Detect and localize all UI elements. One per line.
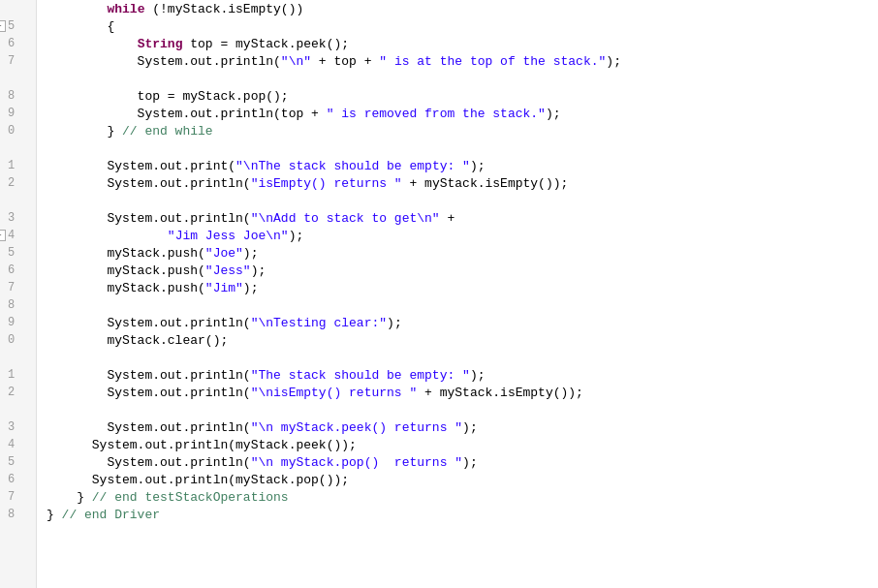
line-num-text-24: 3 [8, 420, 15, 434]
code-line-15: myStack.push("Jess"); [47, 262, 878, 279]
line-num-text-9: 1 [8, 159, 15, 172]
token-kw: while [107, 2, 144, 16]
token-plain [47, 72, 138, 86]
line-number-0 [8, 0, 28, 17]
code-line-13: "Jim Jess Joe\n"); [47, 227, 878, 244]
token-plain: ); [470, 368, 486, 383]
code-line-19: myStack.clear(); [47, 331, 878, 349]
line-number-23 [8, 401, 28, 418]
code-line-4 [47, 70, 878, 87]
code-line-16: myStack.push("Jim"); [47, 279, 878, 296]
line-num-text-15: 6 [8, 263, 15, 277]
token-plain [47, 37, 138, 51]
token-plain: ); [462, 420, 478, 435]
code-line-6: System.out.println(top + " is removed fr… [47, 105, 878, 122]
token-plain: + top + [311, 54, 379, 69]
token-plain: System.out.println( [47, 420, 251, 435]
token-plain: System.out.println(top + [47, 107, 327, 121]
line-num-text-28: 7 [8, 490, 15, 504]
code-line-2: String top = myStack.peek(); [47, 35, 878, 52]
line-num-text-27: 6 [8, 473, 15, 486]
line-number-12: 3 [8, 209, 28, 227]
token-kw: String [138, 37, 183, 51]
line-num-text-17: 8 [8, 298, 15, 312]
code-line-10: System.out.println("isEmpty() returns " … [47, 174, 878, 192]
token-comment: // end testStackOperations [92, 490, 289, 505]
line-number-2: 6 [8, 35, 28, 52]
code-line-5: top = myStack.pop(); [47, 87, 878, 105]
token-str: "\n" [281, 54, 311, 69]
code-line-11 [47, 192, 878, 209]
line-number-20 [8, 349, 28, 366]
line-num-text-16: 7 [8, 281, 15, 294]
line-number-17: 8 [8, 296, 28, 314]
token-plain: ); [470, 159, 486, 173]
line-number-14: 5 [8, 244, 28, 262]
token-plain: System.out.println( [47, 368, 251, 383]
code-line-18: System.out.println("\nTesting clear:"); [47, 314, 878, 331]
code-line-23 [47, 401, 878, 418]
token-str: "Joe" [205, 246, 243, 261]
token-plain: ); [289, 229, 304, 243]
token-plain: System.out.println( [47, 455, 251, 470]
line-num-text-18: 9 [8, 316, 15, 329]
token-str: "Jim Jess Joe\n" [168, 229, 289, 243]
token-str: "\nisEmpty() returns " [251, 386, 418, 400]
token-plain: top = myStack.peek(); [182, 37, 349, 51]
token-str: "\nTesting clear:" [251, 316, 387, 330]
token-plain [47, 141, 107, 156]
token-comment: // end while [122, 124, 213, 139]
line-number-8 [8, 139, 28, 157]
line-number-19: 0 [8, 331, 28, 349]
token-plain: (!myStack.isEmpty()) [144, 2, 303, 16]
token-plain: + myStack.isEmpty()); [402, 176, 569, 191]
fold-button-1[interactable]: - [0, 20, 6, 32]
token-plain: { [47, 19, 114, 34]
token-plain [47, 298, 107, 313]
code-line-0: while (!myStack.isEmpty()) [47, 0, 878, 17]
token-str: "isEmpty() returns " [251, 176, 402, 191]
token-plain: } [47, 490, 92, 505]
code-line-26: System.out.println("\n myStack.pop() ret… [47, 453, 878, 471]
line-num-text-7: 0 [8, 124, 15, 138]
token-str: "\n myStack.pop() returns " [251, 455, 462, 470]
line-number-11 [8, 192, 28, 209]
token-plain: ); [243, 246, 259, 261]
line-number-9: 1 [8, 157, 28, 174]
token-plain [47, 229, 168, 243]
code-line-8 [47, 139, 878, 157]
code-line-17 [47, 296, 878, 314]
token-plain: top = myStack.pop(); [47, 89, 289, 104]
token-plain: + [440, 211, 455, 226]
line-num-text-12: 3 [8, 211, 15, 225]
code-line-25: System.out.println(myStack.peek()); [47, 436, 878, 453]
line-num-text-21: 1 [8, 368, 15, 382]
line-num-text-1: 5 [8, 19, 15, 33]
token-plain: ); [462, 455, 478, 470]
line-num-text-14: 5 [8, 246, 15, 260]
line-num-text-6: 9 [8, 107, 15, 120]
token-str: "\nAdd to stack to get\n" [251, 211, 440, 226]
line-num-text-19: 0 [8, 333, 15, 347]
token-plain [47, 403, 107, 418]
token-plain: System.out.println(myStack.pop()); [47, 473, 349, 487]
code-line-20 [47, 349, 878, 366]
line-num-text-2: 6 [8, 37, 15, 50]
token-str: "\n myStack.peek() returns " [251, 420, 462, 435]
token-plain: System.out.println( [47, 211, 251, 226]
line-num-text-26: 5 [8, 455, 15, 469]
token-plain: System.out.print( [47, 159, 235, 173]
code-line-28: } // end testStackOperations [47, 488, 878, 506]
token-plain: myStack.push( [47, 281, 205, 295]
line-number-3: 7 [8, 52, 28, 70]
code-line-3: System.out.println("\n" + top + " is at … [47, 52, 878, 70]
code-content: while (!myStack.isEmpty()) { String top … [37, 0, 878, 588]
token-plain: ); [387, 316, 402, 330]
token-plain [47, 351, 107, 365]
code-line-22: System.out.println("\nisEmpty() returns … [47, 384, 878, 401]
line-number-6: 9 [8, 105, 28, 122]
token-plain: myStack.push( [47, 263, 205, 278]
line-number-25: 4 [8, 436, 28, 453]
fold-button-13[interactable]: - [0, 230, 6, 241]
token-plain: System.out.println(myStack.peek()); [47, 438, 357, 452]
